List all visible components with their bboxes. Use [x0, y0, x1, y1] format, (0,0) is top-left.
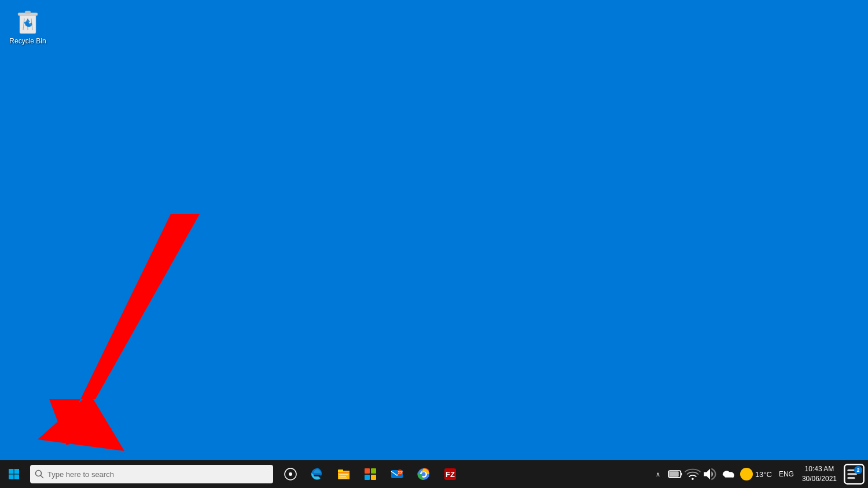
- svg-rect-35: [669, 471, 678, 476]
- svg-point-15: [289, 472, 292, 476]
- battery-icon: [667, 466, 683, 482]
- svg-rect-22: [371, 468, 376, 474]
- svg-rect-9: [14, 469, 20, 474]
- onedrive-icon-tray[interactable]: [719, 461, 735, 487]
- volume-icon: [702, 466, 718, 482]
- svg-rect-2: [25, 11, 31, 13]
- network-icon-tray[interactable]: [685, 461, 701, 487]
- recycle-bin-svg: [14, 7, 42, 35]
- weather-widget[interactable]: 13°C: [737, 461, 775, 487]
- system-clock[interactable]: 10:43 AM 30/06/2021: [797, 461, 841, 487]
- edge-icon: [310, 467, 324, 481]
- search-bar[interactable]: Type here to search: [30, 465, 273, 483]
- svg-rect-10: [9, 475, 14, 480]
- battery-icon-tray[interactable]: [667, 461, 683, 487]
- svg-point-36: [692, 478, 694, 480]
- svg-rect-20: [339, 478, 347, 479]
- svg-text:23: 23: [398, 471, 402, 474]
- recycle-bin-label: Recycle Bin: [9, 37, 46, 45]
- svg-text:FZ: FZ: [446, 470, 455, 479]
- filezilla-button[interactable]: FZ: [437, 461, 463, 487]
- tray-overflow-button[interactable]: ∧: [650, 461, 666, 487]
- svg-rect-17: [338, 469, 343, 472]
- edge-button[interactable]: [304, 461, 330, 487]
- language-indicator[interactable]: ENG: [777, 461, 796, 487]
- task-view-button[interactable]: [278, 461, 303, 487]
- wifi-icon: [685, 466, 701, 482]
- svg-rect-18: [339, 474, 348, 475]
- search-placeholder-text: Type here to search: [47, 470, 114, 479]
- search-icon: [35, 469, 44, 479]
- file-explorer-button[interactable]: [331, 461, 356, 487]
- svg-rect-11: [14, 475, 20, 480]
- svg-rect-21: [365, 468, 370, 474]
- notification-icon: [843, 463, 866, 486]
- svg-rect-34: [681, 473, 682, 476]
- notification-badge: 2: [854, 466, 862, 474]
- file-explorer-icon: [337, 467, 351, 481]
- chrome-button[interactable]: [411, 461, 436, 487]
- sun-icon: [740, 468, 753, 480]
- taskbar-apps: 23 FZ: [278, 461, 463, 487]
- mail-button[interactable]: 23: [384, 461, 410, 487]
- svg-rect-40: [847, 477, 855, 479]
- chrome-icon: [417, 467, 431, 481]
- taskbar: Type here to search: [0, 460, 868, 488]
- svg-rect-24: [371, 475, 376, 480]
- filezilla-icon: FZ: [443, 467, 457, 481]
- svg-line-13: [41, 476, 43, 478]
- notification-center-button[interactable]: 2: [843, 461, 866, 487]
- svg-rect-19: [339, 476, 346, 477]
- start-button[interactable]: [0, 460, 28, 488]
- clock-time: 10:43 AM: [805, 464, 834, 474]
- desktop: Recycle Bin: [0, 0, 868, 460]
- task-view-icon: [284, 467, 297, 481]
- system-tray: ∧: [650, 461, 868, 487]
- svg-rect-23: [365, 475, 370, 480]
- svg-rect-8: [9, 469, 14, 474]
- windows-logo-icon: [8, 468, 20, 480]
- volume-icon-tray[interactable]: [702, 461, 718, 487]
- red-arrow-annotation: [32, 208, 229, 451]
- mail-icon: 23: [390, 467, 404, 481]
- temperature-label: 13°C: [755, 470, 772, 479]
- recycle-bin-icon[interactable]: Recycle Bin: [5, 5, 51, 47]
- store-button[interactable]: [358, 461, 383, 487]
- svg-point-30: [422, 472, 426, 476]
- onedrive-icon: [719, 466, 735, 482]
- clock-date: 30/06/2021: [802, 474, 837, 484]
- store-icon: [363, 467, 377, 481]
